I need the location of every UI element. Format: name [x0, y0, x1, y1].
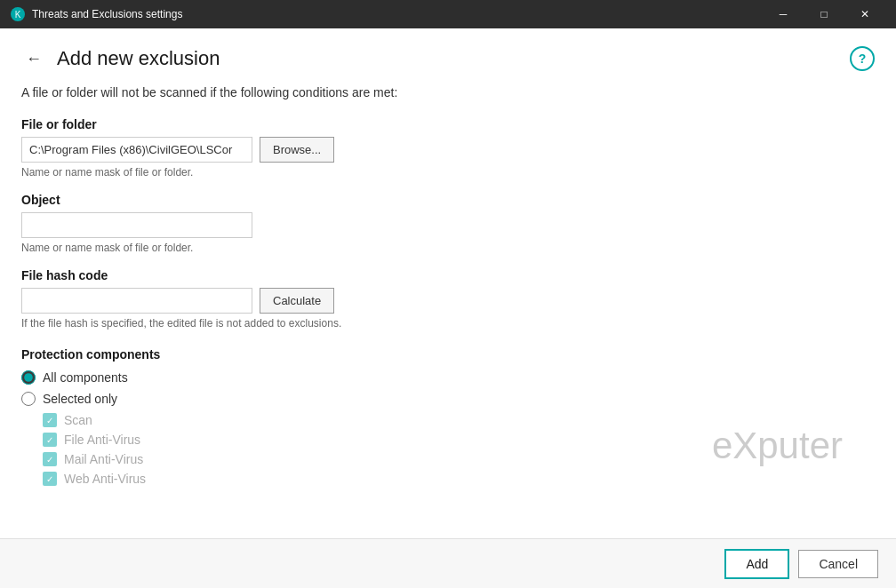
selected-only-radio[interactable]	[21, 392, 36, 406]
app-icon: K	[11, 7, 25, 21]
protection-components-title: Protection components	[21, 347, 875, 362]
file-folder-hint: Name or name mask of file or folder.	[21, 166, 875, 179]
scan-check-icon: ✓	[43, 413, 57, 427]
object-hint: Name or name mask of file or folder.	[21, 242, 875, 254]
mail-antivirus-label: Mail Anti-Virus	[64, 452, 143, 466]
main-content: ← Add new exclusion ? A file or folder w…	[0, 28, 896, 538]
file-folder-row: Browse...	[21, 137, 875, 163]
checkbox-list: ✓ Scan ✓ File Anti-Virus ✓ Mail Anti-Vir…	[43, 413, 875, 486]
close-button[interactable]: ✕	[844, 0, 885, 28]
help-button[interactable]: ?	[850, 46, 875, 71]
file-hash-hint: If the file hash is specified, the edite…	[21, 317, 875, 330]
web-antivirus-label: Web Anti-Virus	[64, 472, 146, 486]
all-components-label: All components	[43, 370, 128, 385]
selected-only-label: Selected only	[43, 392, 117, 406]
file-folder-label: File or folder	[21, 117, 875, 131]
browse-button[interactable]: Browse...	[260, 137, 334, 163]
calculate-button[interactable]: Calculate	[260, 288, 334, 314]
file-antivirus-check-icon: ✓	[43, 433, 57, 447]
page-title: Add new exclusion	[57, 47, 850, 70]
file-folder-input[interactable]	[21, 137, 252, 163]
add-button[interactable]: Add	[724, 549, 789, 579]
checkbox-file-antivirus-row: ✓ File Anti-Virus	[43, 433, 875, 447]
protection-components-section: Protection components All components Sel…	[21, 347, 875, 486]
file-hash-label: File hash code	[21, 268, 875, 282]
description-text: A file or folder will not be scanned if …	[21, 85, 875, 99]
object-row	[21, 212, 875, 238]
cancel-button[interactable]: Cancel	[798, 550, 878, 578]
object-input[interactable]	[21, 212, 252, 238]
file-or-folder-section: File or folder Browse... Name or name ma…	[21, 117, 875, 179]
maximize-button[interactable]: □	[804, 0, 844, 28]
file-hash-input[interactable]	[21, 288, 252, 314]
mail-antivirus-check-icon: ✓	[43, 452, 57, 466]
selected-only-row: Selected only	[21, 392, 875, 406]
header-row: ← Add new exclusion ?	[21, 46, 875, 71]
titlebar: K Threats and Exclusions settings ─ □ ✕	[0, 0, 896, 28]
checkbox-mail-antivirus-row: ✓ Mail Anti-Virus	[43, 452, 875, 466]
all-components-radio[interactable]	[21, 370, 36, 385]
web-antivirus-check-icon: ✓	[43, 472, 57, 486]
minimize-button[interactable]: ─	[763, 0, 804, 28]
scan-label: Scan	[64, 413, 92, 427]
all-components-row: All components	[21, 370, 875, 385]
file-antivirus-label: File Anti-Virus	[64, 433, 140, 447]
file-hash-row: Calculate	[21, 288, 875, 314]
back-button[interactable]: ←	[21, 46, 46, 71]
file-hash-section: File hash code Calculate If the file has…	[21, 268, 875, 330]
titlebar-controls: ─ □ ✕	[763, 0, 885, 28]
object-label: Object	[21, 193, 875, 207]
checkbox-scan-row: ✓ Scan	[43, 413, 875, 427]
bottom-bar: Add Cancel	[0, 538, 896, 588]
titlebar-title: Threats and Exclusions settings	[32, 8, 763, 20]
checkbox-web-antivirus-row: ✓ Web Anti-Virus	[43, 472, 875, 486]
object-section: Object Name or name mask of file or fold…	[21, 193, 875, 254]
